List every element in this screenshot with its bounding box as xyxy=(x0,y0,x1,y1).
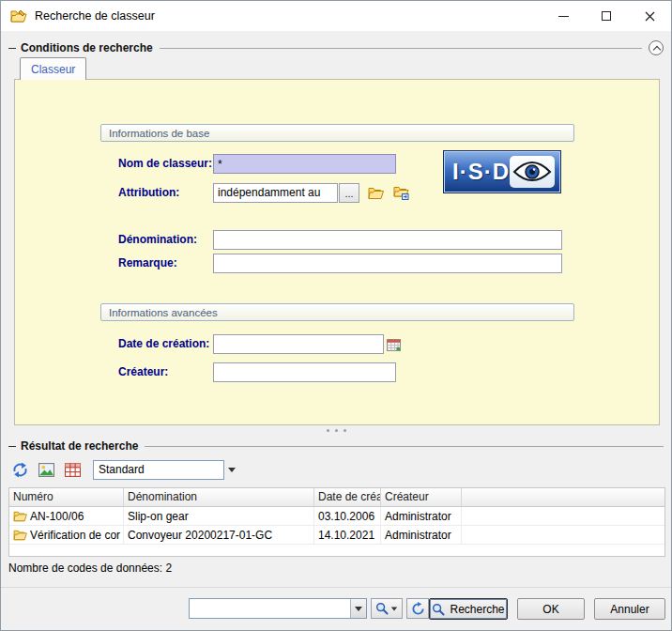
collapse-dash-icon xyxy=(8,48,16,49)
chevron-down-icon xyxy=(355,607,362,611)
chevron-down-icon xyxy=(391,607,397,610)
magnifier-icon xyxy=(432,603,445,616)
date-creation-input[interactable] xyxy=(213,334,384,354)
column-header-numero[interactable]: Numéro xyxy=(9,488,124,506)
results-section-header: Résultat de recherche xyxy=(8,439,664,454)
cell-numero: AN-100/06 xyxy=(30,510,84,523)
table-row[interactable]: Vérification de cor Convoyeur 20200217-0… xyxy=(9,526,664,545)
conditions-title: Conditions de recherche xyxy=(21,41,153,54)
chevron-down-icon xyxy=(228,468,236,472)
remarque-input[interactable] xyxy=(213,254,562,273)
conditions-section-header: Conditions de recherche xyxy=(8,40,664,55)
window-controls xyxy=(542,1,671,31)
results-table: Numéro Dénomination Date de créa Créateu… xyxy=(8,487,665,557)
eye-icon xyxy=(510,156,555,188)
nom-de-classeur-input[interactable] xyxy=(213,154,396,174)
folder-icon xyxy=(13,530,27,541)
createur-input[interactable] xyxy=(213,362,396,382)
isd-logo: I·S·D xyxy=(443,150,561,193)
status-text: Nombre de codes de données: 2 xyxy=(8,562,172,575)
maximize-button[interactable] xyxy=(585,1,628,31)
attribution-browse-button[interactable]: ... xyxy=(339,183,359,203)
folder-icon xyxy=(13,511,27,522)
table-row[interactable]: AN-100/06 Slip-on gear 03.10.2006 Admini… xyxy=(9,507,664,526)
cell-denomination: Slip-on gear xyxy=(128,510,189,523)
minimize-icon xyxy=(558,16,569,17)
attribution-label: Attribution: xyxy=(118,186,179,199)
ok-button-label: OK xyxy=(542,603,558,616)
preset-combo-value: Standard xyxy=(99,463,145,476)
quick-search-combo-arrow[interactable] xyxy=(350,599,366,618)
attribution-select[interactable]: indépendamment au xyxy=(213,183,338,203)
recherche-dialog: Recherche de classeur Conditions de rech… xyxy=(0,0,672,631)
magnifier-icon xyxy=(375,602,389,615)
date-creation-label: Date de création: xyxy=(118,337,209,350)
annuler-button[interactable]: Annuler xyxy=(594,598,665,620)
collapse-dash-icon xyxy=(8,446,16,447)
recherche-button[interactable]: Recherche xyxy=(429,598,508,620)
splitter-handle[interactable] xyxy=(1,425,671,435)
advanced-group-header: Informations avancées xyxy=(100,303,574,321)
column-header-createur[interactable]: Créateur xyxy=(381,488,462,506)
tab-classeur[interactable]: Classeur xyxy=(20,57,86,80)
folder-icon xyxy=(368,187,384,200)
tab-classeur-label: Classeur xyxy=(31,63,75,76)
base-group-title: Informations de base xyxy=(109,128,209,139)
close-icon xyxy=(645,11,655,22)
column-header-empty[interactable] xyxy=(462,488,664,506)
divider xyxy=(145,446,664,447)
calendar-button[interactable] xyxy=(384,334,403,354)
results-toolbar: Standard xyxy=(8,457,238,482)
image-icon xyxy=(38,463,54,477)
cell-numero: Vérification de cor xyxy=(30,529,120,542)
cell-createur: Administrator xyxy=(385,529,451,542)
cell-denomination: Convoyeur 20200217-01-GC xyxy=(128,529,272,542)
divider xyxy=(160,48,642,49)
titlebar: Recherche de classeur xyxy=(1,1,671,31)
column-header-date[interactable]: Date de créa xyxy=(314,488,381,506)
conditions-panel: Informations de base Nom de classeur: At… xyxy=(14,79,660,425)
export-image-button[interactable] xyxy=(35,459,57,480)
close-button[interactable] xyxy=(628,1,671,31)
minimize-button[interactable] xyxy=(542,1,585,31)
folder-link-icon xyxy=(393,186,409,200)
ok-button[interactable]: OK xyxy=(517,598,585,620)
preset-combo[interactable]: Standard xyxy=(93,460,224,480)
collapse-conditions-button[interactable] xyxy=(649,40,664,55)
divider xyxy=(1,587,671,588)
calendar-icon xyxy=(387,338,401,351)
maximize-icon xyxy=(602,11,611,21)
table-grid-icon xyxy=(65,463,81,477)
search-options-button[interactable] xyxy=(371,598,403,619)
circular-refresh-icon xyxy=(411,602,425,616)
nom-de-classeur-label: Nom de classeur: xyxy=(118,157,212,170)
cell-createur: Administrator xyxy=(385,510,451,523)
recherche-button-label: Recherche xyxy=(450,603,504,616)
result-list-config-button[interactable] xyxy=(61,459,84,480)
quick-search-combo[interactable] xyxy=(189,598,367,619)
base-group-header: Informations de base xyxy=(100,124,574,142)
annuler-button-label: Annuler xyxy=(610,603,649,616)
advanced-group-title: Informations avancées xyxy=(109,307,218,318)
table-header-row: Numéro Dénomination Date de créa Créateu… xyxy=(9,488,664,507)
open-folder-button[interactable] xyxy=(364,183,387,203)
sync-icon xyxy=(12,462,28,478)
denomination-input[interactable] xyxy=(213,230,562,250)
denomination-label: Dénomination: xyxy=(118,233,197,246)
window-title: Recherche de classeur xyxy=(35,9,155,23)
cell-date: 14.10.2021 xyxy=(318,529,374,542)
column-header-denomination[interactable]: Dénomination xyxy=(124,488,314,506)
results-title: Résultat de recherche xyxy=(21,439,138,453)
createur-label: Créateur: xyxy=(118,365,168,378)
preset-combo-arrow-button[interactable] xyxy=(224,460,238,480)
isd-logo-text: I·S·D xyxy=(452,159,510,185)
assign-folder-button[interactable] xyxy=(389,183,412,203)
cell-date: 03.10.2006 xyxy=(318,510,374,523)
refresh-results-button[interactable] xyxy=(8,459,31,480)
quick-search-value xyxy=(190,599,350,618)
remarque-label: Remarque: xyxy=(118,256,177,269)
refresh-button[interactable] xyxy=(406,598,429,619)
folder-search-icon xyxy=(10,9,27,23)
